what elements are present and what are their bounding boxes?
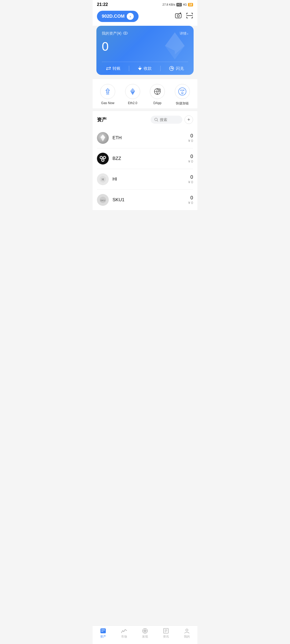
nav-item-profile[interactable]: 我的: [179, 628, 195, 639]
svg-rect-48: [101, 630, 105, 630]
asset-list-item[interactable]: BZZ 0 ¥ 0: [97, 148, 193, 169]
svg-text:SKU: SKU: [100, 199, 105, 202]
flash-button[interactable]: 闪兑: [169, 66, 184, 71]
header-actions: [175, 12, 193, 20]
add-asset-button[interactable]: +: [184, 115, 193, 124]
svg-point-5: [123, 32, 128, 35]
coin-cny-bzz: ¥ 0: [188, 159, 193, 163]
search-bar: +: [151, 115, 193, 124]
nav-item-discover[interactable]: 发现: [137, 628, 153, 639]
hi-coin-icon: H: [97, 173, 109, 185]
coin-amount-eth: 0: [188, 133, 193, 139]
nav-label-news: 资讯: [163, 635, 169, 639]
coin-cny-hi: ¥ 0: [188, 180, 193, 184]
search-input[interactable]: [160, 118, 179, 122]
nav-item-news[interactable]: 资讯: [158, 628, 174, 639]
eth-watermark: [161, 31, 188, 62]
bottom-nav: 资产 市场 发现 资讯 我的: [93, 625, 197, 644]
eth2-icon: [125, 84, 140, 99]
nav-item-assets[interactable]: 资产: [95, 628, 111, 639]
coin-amount-sku: 0: [188, 195, 193, 201]
nav-label-profile: 我的: [184, 635, 190, 639]
asset-label: 我的资产(¥): [102, 31, 128, 36]
nav-label-assets: 资产: [100, 635, 106, 639]
coin-name-hi: HI: [113, 177, 188, 182]
svg-point-6: [125, 32, 126, 34]
dapp-icon: [150, 84, 165, 99]
svg-point-16: [171, 67, 172, 68]
asset-list-item[interactable]: SKU SKU1 0 ¥ 0: [97, 190, 193, 210]
battery-icon: 18: [188, 3, 193, 6]
quick-actions: Gas Now Eth2.0 DApp: [93, 79, 197, 108]
gas-now-label: Gas Now: [101, 101, 114, 105]
svg-text:EVM: EVM: [180, 89, 184, 91]
assets-section: 资产 + ETH 0 ¥ 0: [93, 111, 197, 210]
eth2-label: Eth2.0: [128, 101, 137, 105]
nav-item-market[interactable]: 市场: [116, 628, 132, 639]
header: 902D.COM ›: [93, 8, 197, 26]
coin-values-eth: 0 ¥ 0: [188, 133, 193, 143]
svg-rect-47: [100, 628, 106, 633]
network-icon: 4G: [183, 3, 187, 6]
market-nav-icon: [121, 628, 127, 634]
status-time: 21:22: [97, 2, 108, 7]
eye-icon[interactable]: [123, 31, 128, 36]
assets-header: 资产 +: [97, 115, 193, 124]
coin-cny-sku: ¥ 0: [188, 201, 193, 205]
search-icon: [154, 118, 158, 122]
svg-point-42: [102, 159, 104, 161]
coin-name-eth: ETH: [113, 135, 188, 141]
svg-rect-49: [101, 631, 103, 632]
coin-values-sku: 0 ¥ 0: [188, 195, 193, 205]
svg-point-58: [186, 629, 188, 631]
gas-now-icon: [100, 84, 115, 99]
divider-1: [129, 66, 129, 71]
brand-button[interactable]: 902D.COM ›: [97, 11, 139, 22]
asset-list-item[interactable]: H HI 0 ¥ 0: [97, 169, 193, 190]
evm-label: 快捷加链: [176, 101, 189, 106]
scan-button[interactable]: [186, 13, 193, 20]
status-bar: 21:22 27.8 KB/s HD 4G 18: [93, 0, 197, 8]
bzz-coin-icon: [97, 153, 109, 164]
add-wallet-button[interactable]: [175, 12, 182, 20]
transfer-button[interactable]: 转账: [106, 66, 121, 71]
hd-badge: HD: [176, 3, 182, 6]
quick-action-evm[interactable]: EVM 快捷加链: [175, 84, 190, 106]
brand-name: 902D.COM: [102, 14, 125, 19]
search-input-wrapper[interactable]: [151, 116, 182, 124]
discover-nav-icon: [142, 628, 148, 634]
dapp-label: DApp: [153, 101, 161, 105]
svg-rect-0: [175, 14, 181, 18]
svg-point-41: [104, 157, 105, 158]
svg-point-40: [100, 157, 102, 158]
card-actions: 转账 收款 闪兑: [102, 62, 188, 75]
brand-arrow-icon: ›: [127, 13, 134, 20]
coin-amount-bzz: 0: [188, 154, 193, 159]
evm-icon: EVM: [175, 84, 190, 99]
coin-name-bzz: BZZ: [113, 156, 188, 161]
coin-values-hi: 0 ¥ 0: [188, 174, 193, 184]
quick-action-eth2[interactable]: Eth2.0: [125, 84, 140, 106]
nav-label-discover: 发现: [142, 635, 148, 639]
coin-values-bzz: 0 ¥ 0: [188, 154, 193, 163]
divider-2: [160, 66, 161, 71]
assets-title: 资产: [97, 116, 107, 123]
coin-cny-eth: ¥ 0: [188, 139, 193, 143]
coin-amount-hi: 0: [188, 174, 193, 180]
assets-nav-icon: [100, 628, 106, 634]
svg-line-33: [157, 120, 158, 121]
asset-list-item[interactable]: ETH 0 ¥ 0: [97, 128, 193, 148]
speed-indicator: 27.8 KB/s: [162, 3, 175, 6]
svg-point-1: [177, 15, 179, 17]
quick-action-dapp[interactable]: DApp: [150, 84, 165, 106]
receive-button[interactable]: 收款: [138, 66, 152, 71]
eth-coin-icon: [97, 132, 109, 144]
svg-point-28: [179, 88, 186, 95]
profile-nav-icon: [184, 628, 190, 634]
news-nav-icon: [163, 628, 169, 634]
coin-name-sku: SKU1: [113, 197, 188, 203]
sku-coin-icon: SKU: [97, 194, 109, 206]
nav-label-market: 市场: [121, 635, 127, 639]
quick-action-gas-now[interactable]: Gas Now: [100, 84, 115, 106]
asset-card: 我的资产(¥) 详情 › 0: [96, 26, 194, 75]
